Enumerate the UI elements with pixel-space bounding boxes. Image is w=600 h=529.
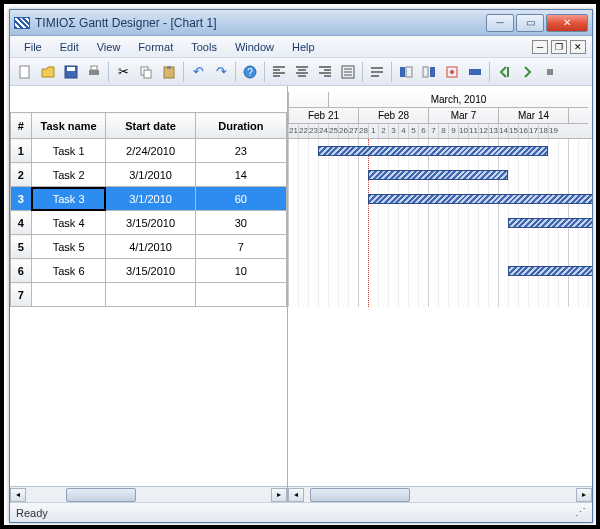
- svg-rect-3: [89, 70, 99, 75]
- timescale-week: Mar 14: [498, 108, 568, 124]
- cell[interactable]: Task 2: [31, 163, 106, 187]
- wrap-icon[interactable]: [366, 61, 388, 83]
- arrow-stop-icon[interactable]: [516, 61, 538, 83]
- cell[interactable]: 3/15/2010: [106, 259, 195, 283]
- print-icon[interactable]: [83, 61, 105, 83]
- minimize-button[interactable]: ─: [486, 14, 514, 32]
- cell[interactable]: Task 1: [31, 139, 106, 163]
- timescale-day: 14: [498, 124, 508, 138]
- timescale-day: 16: [518, 124, 528, 138]
- new-icon[interactable]: [14, 61, 36, 83]
- table-row[interactable]: 1Task 12/24/201023: [11, 139, 287, 163]
- resize-grip-icon[interactable]: ⋰: [575, 506, 586, 519]
- scroll-right-icon[interactable]: ▸: [271, 488, 287, 502]
- menu-view[interactable]: View: [89, 39, 129, 55]
- cell[interactable]: [195, 283, 286, 307]
- svg-rect-18: [469, 69, 481, 75]
- cell[interactable]: 14: [195, 163, 286, 187]
- arrow-left-icon[interactable]: [493, 61, 515, 83]
- timescale-day: 24: [318, 124, 328, 138]
- grid-left-icon[interactable]: [395, 61, 417, 83]
- scroll-left-icon[interactable]: ◂: [288, 488, 304, 502]
- gantt-bar[interactable]: [368, 170, 508, 180]
- gantt-bar[interactable]: [508, 218, 592, 228]
- scroll-left-icon[interactable]: ◂: [10, 488, 26, 502]
- scroll-thumb[interactable]: [310, 488, 410, 502]
- cell[interactable]: 23: [195, 139, 286, 163]
- cell[interactable]: 2/24/2010: [106, 139, 195, 163]
- cell[interactable]: 10: [195, 259, 286, 283]
- timescale-day: 7: [428, 124, 438, 138]
- gantt-chart-area[interactable]: [288, 139, 592, 307]
- cell[interactable]: 3/1/2010: [106, 187, 195, 211]
- cell[interactable]: Task 3: [31, 187, 106, 211]
- svg-rect-2: [67, 67, 75, 71]
- task-table[interactable]: # Task name Start date Duration 1Task 12…: [10, 112, 287, 307]
- menu-window[interactable]: Window: [227, 39, 282, 55]
- timescale-day: 13: [488, 124, 498, 138]
- grid-stretch-icon[interactable]: [464, 61, 486, 83]
- close-button[interactable]: ✕: [546, 14, 588, 32]
- cell[interactable]: Task 5: [31, 235, 106, 259]
- paste-icon[interactable]: [158, 61, 180, 83]
- table-row[interactable]: 4Task 43/15/201030: [11, 211, 287, 235]
- row-index[interactable]: 5: [11, 235, 32, 259]
- row-index[interactable]: 4: [11, 211, 32, 235]
- cell[interactable]: Task 6: [31, 259, 106, 283]
- cell[interactable]: [31, 283, 106, 307]
- mdi-close-button[interactable]: ✕: [570, 40, 586, 54]
- open-icon[interactable]: [37, 61, 59, 83]
- align-right-icon[interactable]: [314, 61, 336, 83]
- cell[interactable]: 30: [195, 211, 286, 235]
- row-index[interactable]: 6: [11, 259, 32, 283]
- cell[interactable]: 3/15/2010: [106, 211, 195, 235]
- table-row[interactable]: 2Task 23/1/201014: [11, 163, 287, 187]
- menu-tools[interactable]: Tools: [183, 39, 225, 55]
- align-center-icon[interactable]: [291, 61, 313, 83]
- left-hscroll[interactable]: ◂ ▸: [10, 486, 287, 502]
- cell[interactable]: 7: [195, 235, 286, 259]
- table-row[interactable]: 3Task 33/1/201060: [11, 187, 287, 211]
- cell[interactable]: 4/1/2010: [106, 235, 195, 259]
- arrow-right-icon[interactable]: [539, 61, 561, 83]
- titlebar[interactable]: ΤΙΜΙΟΣ Gantt Designer - [Chart 1] ─ ▭ ✕: [10, 10, 592, 36]
- help-icon[interactable]: ?: [239, 61, 261, 83]
- redo-icon[interactable]: ↷: [210, 61, 232, 83]
- maximize-button[interactable]: ▭: [516, 14, 544, 32]
- row-index[interactable]: 2: [11, 163, 32, 187]
- mdi-minimize-button[interactable]: ─: [532, 40, 548, 54]
- row-index[interactable]: 3: [11, 187, 32, 211]
- table-row[interactable]: 7: [11, 283, 287, 307]
- col-duration[interactable]: Duration: [195, 113, 286, 139]
- menu-format[interactable]: Format: [130, 39, 181, 55]
- cell[interactable]: 3/1/2010: [106, 163, 195, 187]
- undo-icon[interactable]: ↶: [187, 61, 209, 83]
- gantt-bar[interactable]: [368, 194, 592, 204]
- row-index[interactable]: 1: [11, 139, 32, 163]
- grid-snap-icon[interactable]: [441, 61, 463, 83]
- col-idx[interactable]: #: [11, 113, 32, 139]
- menu-edit[interactable]: Edit: [52, 39, 87, 55]
- table-row[interactable]: 6Task 63/15/201010: [11, 259, 287, 283]
- mdi-restore-button[interactable]: ❐: [551, 40, 567, 54]
- menu-help[interactable]: Help: [284, 39, 323, 55]
- gantt-bar[interactable]: [318, 146, 548, 156]
- right-hscroll[interactable]: ◂ ▸: [288, 486, 592, 502]
- col-start[interactable]: Start date: [106, 113, 195, 139]
- cell[interactable]: [106, 283, 195, 307]
- outline-icon[interactable]: [337, 61, 359, 83]
- copy-icon[interactable]: [135, 61, 157, 83]
- menu-file[interactable]: File: [16, 39, 50, 55]
- table-row[interactable]: 5Task 54/1/20107: [11, 235, 287, 259]
- scroll-right-icon[interactable]: ▸: [576, 488, 592, 502]
- align-left-icon[interactable]: [268, 61, 290, 83]
- col-name[interactable]: Task name: [31, 113, 106, 139]
- gantt-bar[interactable]: [508, 266, 592, 276]
- scroll-thumb[interactable]: [66, 488, 136, 502]
- cut-icon[interactable]: ✂: [112, 61, 134, 83]
- grid-center-icon[interactable]: [418, 61, 440, 83]
- save-icon[interactable]: [60, 61, 82, 83]
- cell[interactable]: 60: [195, 187, 286, 211]
- cell[interactable]: Task 4: [31, 211, 106, 235]
- row-index[interactable]: 7: [11, 283, 32, 307]
